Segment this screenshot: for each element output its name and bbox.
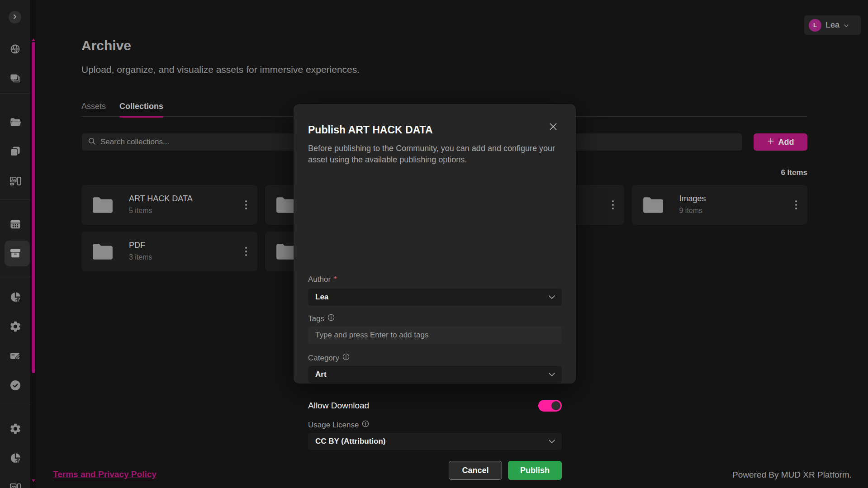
card-menu-button[interactable] [241, 198, 251, 212]
sidebar-item-analytics[interactable] [0, 291, 30, 303]
chevron-down-icon [548, 370, 555, 379]
add-button-label: Add [778, 137, 794, 147]
sidebar-divider [0, 199, 30, 200]
modal-description: Before publishing to the Community, you … [308, 143, 556, 166]
search-icon [88, 137, 96, 147]
powered-by-text: Powered By MUD XR Platform. [716, 470, 852, 480]
allow-download-toggle[interactable] [538, 400, 562, 412]
modal-actions: Cancel Publish [449, 461, 562, 480]
collection-title: PDF [129, 241, 152, 250]
card-edit-icon [9, 350, 22, 362]
sidebar-item-analytics-secondary[interactable] [0, 452, 30, 464]
sidebar-item-calendar[interactable] [0, 218, 30, 231]
sidebar-item-layers[interactable] [0, 72, 30, 85]
folder-icon [642, 196, 664, 216]
scrollbar-up-arrow[interactable] [32, 38, 35, 41]
page-scrollbar-track[interactable] [30, 0, 36, 488]
chevron-right-icon [12, 13, 18, 21]
info-icon[interactable] [327, 314, 335, 323]
category-value: Art [315, 370, 327, 379]
calendar-grid-icon [9, 218, 22, 231]
pie-chart-icon [9, 452, 22, 464]
tab-assets[interactable]: Assets [81, 102, 106, 118]
sidebar-item-settings[interactable] [0, 320, 30, 333]
chevron-down-icon [548, 293, 555, 301]
chevron-down-icon [548, 437, 555, 445]
collection-item-count: 5 items [129, 207, 193, 215]
page-subtitle: Upload, organize, and visualize assets f… [81, 64, 360, 75]
image-device-icon [9, 481, 22, 488]
card-menu-button[interactable] [791, 198, 801, 212]
collection-card-images[interactable]: Images 9 items [632, 185, 808, 225]
copies-icon [9, 145, 21, 157]
sidebar-divider [0, 277, 30, 277]
sidebar-item-settings-secondary[interactable] [0, 422, 30, 435]
sidebar-item-explore[interactable] [0, 43, 30, 56]
author-select[interactable]: Lea [308, 289, 562, 306]
collection-card-pdf[interactable]: PDF 3 items [81, 232, 257, 271]
collection-title: ART HACK DATA [129, 194, 193, 204]
sidebar [0, 0, 30, 488]
archive-box-icon [9, 247, 22, 260]
scrollbar-down-arrow[interactable] [32, 479, 35, 482]
sidebar-item-media[interactable] [0, 175, 30, 187]
cancel-button[interactable]: Cancel [449, 461, 502, 480]
publish-button[interactable]: Publish [508, 461, 562, 480]
tags-label: Tags [308, 314, 335, 323]
sidebar-item-folders[interactable] [0, 116, 30, 128]
globe-search-icon [9, 43, 21, 56]
sidebar-item-archive[interactable] [0, 247, 30, 260]
usage-license-label: Usage License [308, 420, 369, 430]
page-title: Archive [81, 38, 131, 53]
user-menu[interactable]: L Lea [804, 15, 861, 35]
check-circle-icon [9, 379, 22, 392]
required-asterisk: * [334, 275, 337, 284]
sidebar-expand-button[interactable] [9, 11, 21, 24]
sidebar-item-media-secondary[interactable] [0, 481, 30, 488]
collection-title: Images [679, 194, 706, 204]
category-label: Category [308, 353, 350, 363]
tags-input[interactable] [308, 327, 562, 344]
tab-collections[interactable]: Collections [119, 102, 163, 118]
image-device-icon [9, 175, 22, 187]
toggle-knob [551, 401, 560, 410]
pie-chart-icon [9, 291, 22, 303]
card-menu-button[interactable] [241, 245, 251, 258]
collection-item-count: 3 items [129, 253, 152, 261]
terms-privacy-link[interactable]: Terms and Privacy Policy [53, 469, 157, 479]
usage-license-value: CC BY (Attribution) [315, 437, 386, 446]
folder-open-icon [9, 116, 22, 128]
allow-download-label: Allow Download [308, 401, 369, 411]
folder-icon [91, 196, 114, 216]
page-scrollbar-thumb[interactable] [32, 42, 35, 373]
author-value: Lea [315, 293, 328, 302]
sidebar-item-approvals[interactable] [0, 379, 30, 392]
close-icon[interactable] [549, 122, 558, 131]
plus-icon [767, 137, 774, 147]
sidebar-divider [0, 93, 30, 94]
sidebar-divider [0, 405, 30, 405]
info-icon[interactable] [362, 420, 369, 430]
folder-icon [91, 242, 114, 262]
author-label: Author* [308, 275, 337, 284]
collection-card-art-hack-data[interactable]: ART HACK DATA 5 items [81, 185, 257, 225]
layers-icon [9, 72, 21, 85]
chevron-down-icon [844, 21, 849, 29]
card-menu-button[interactable] [608, 198, 618, 212]
collection-item-count: 9 items [679, 207, 706, 215]
add-collection-button[interactable]: Add [754, 133, 807, 151]
items-count: 6 Items [672, 168, 807, 177]
modal-title: Publish ART HACK DATA [308, 124, 433, 136]
usage-license-select[interactable]: CC BY (Attribution) [308, 433, 562, 450]
tab-bar: Assets Collections [81, 102, 163, 118]
category-select[interactable]: Art [308, 366, 562, 383]
sidebar-item-copies[interactable] [0, 145, 30, 157]
gear-icon [9, 422, 22, 435]
publish-modal: Publish ART HACK DATA Before publishing … [294, 104, 576, 384]
sidebar-item-card-edit[interactable] [0, 350, 30, 362]
user-name: Lea [825, 20, 840, 30]
info-icon[interactable] [342, 353, 350, 363]
gear-icon [9, 320, 22, 333]
avatar: L [809, 19, 821, 32]
